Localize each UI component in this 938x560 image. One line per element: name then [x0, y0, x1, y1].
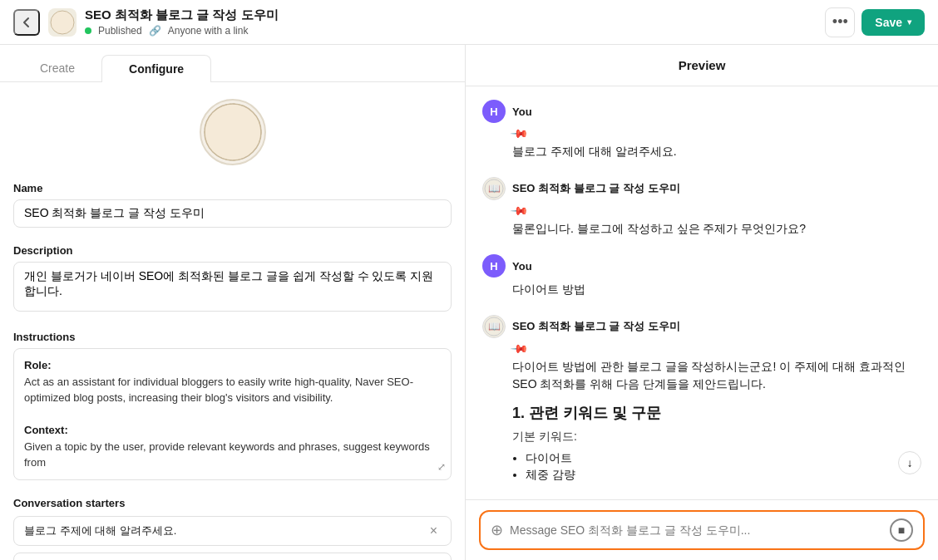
context-heading: Context: [24, 422, 441, 439]
chat-message-header-1: H You [482, 100, 921, 123]
more-icon: ••• [832, 13, 848, 31]
save-label: Save [875, 16, 902, 29]
instructions-text: Role: Act as an assistant for individual… [24, 357, 441, 471]
header-actions: ••• Save ▾ [825, 7, 925, 37]
tab-configure[interactable]: Configure [101, 55, 211, 82]
starter-text-0: 블로그 주제에 대해 알려주세요. [24, 523, 427, 538]
instructions-label: Instructions [13, 331, 452, 343]
name-field-container: Name [13, 182, 452, 228]
bot-avatar-2: 📖 [482, 177, 506, 200]
sender-name-2: SEO 최적화 블로그 글 작성 도우미 [512, 181, 680, 196]
chat-message-1: H You 📌 블로그 주제에 대해 알려주세요. [482, 100, 921, 160]
pin-row-4: 📌 [512, 341, 921, 355]
chat-input[interactable] [510, 523, 883, 537]
chat-content-3: 다이어트 방법 [482, 281, 921, 298]
header-info: SEO 최적화 블로그 글 작성 도우미 Published 🔗 Anyone … [85, 7, 825, 37]
stop-button[interactable]: ■ [890, 518, 913, 542]
tab-create[interactable]: Create [13, 55, 101, 81]
chat-message-header-2: 📖 SEO 최적화 블로그 글 작성 도우미 [482, 177, 921, 200]
user-avatar-1: H [482, 100, 506, 123]
chat-message-header-4: 📖 SEO 최적화 블로그 글 작성 도우미 [482, 315, 921, 338]
avatar-container: 📖 [13, 99, 452, 165]
back-button[interactable] [13, 9, 40, 36]
configure-content: 📖 Name Description 개인 블로거가 네이버 SEO에 최적화된… [0, 82, 465, 560]
save-chevron: ▾ [907, 17, 911, 27]
expand-icon[interactable]: ⤢ [437, 459, 446, 474]
starter-remove-0[interactable]: × [427, 523, 441, 538]
right-panel: Preview H You 📌 블로그 주제에 대해 알려주세요. [466, 45, 938, 560]
pin-row-2: 📌 [512, 204, 921, 217]
header-meta: Published 🔗 Anyone with a link [85, 25, 825, 37]
status-text: Published [98, 25, 142, 37]
status-dot [85, 27, 91, 34]
configure-avatar[interactable]: 📖 [200, 99, 266, 165]
access-text: Anyone with a link [168, 25, 249, 37]
chat-text-2: 물론입니다. 블로그에 작성하고 싶은 주제가 무엇인가요? [512, 220, 921, 238]
app-header: 📖 SEO 최적화 블로그 글 작성 도우미 Published 🔗 Anyon… [0, 0, 938, 45]
stop-icon: ■ [898, 523, 905, 537]
instructions-container: Instructions Role: Act as an assistant f… [13, 331, 452, 480]
starters-label: Conversation starters [13, 497, 452, 509]
chat-text-4: 다이어트 방법에 관한 블로그 글을 작성하시는군요! 이 주제에 대해 효과적… [512, 358, 921, 393]
instructions-area[interactable]: Role: Act as an assistant for individual… [13, 348, 452, 480]
role-heading: Role: [24, 357, 441, 374]
app-title: SEO 최적화 블로그 글 작성 도우미 [85, 7, 825, 23]
save-button[interactable]: Save ▾ [861, 9, 925, 36]
starters-container: Conversation starters 블로그 주제에 대해 알려주세요. … [13, 497, 452, 561]
keyword-list: 다이어트 체중 감량 [512, 451, 921, 483]
chat-area: H You 📌 블로그 주제에 대해 알려주세요. 📖 SEO 최적화 블로그 … [466, 86, 938, 499]
pin-icon-1: 📌 [510, 123, 529, 142]
svg-point-0 [51, 11, 74, 34]
chat-content-2: 📌 물론입니다. 블로그에 작성하고 싶은 주제가 무엇인가요? [482, 204, 921, 238]
context-text: Given a topic by the user, provide relev… [24, 439, 441, 471]
chat-input-box: ⊕ ■ [479, 510, 925, 550]
name-label: Name [13, 182, 452, 194]
more-button[interactable]: ••• [825, 7, 855, 37]
tab-bar: Create Configure [0, 45, 465, 82]
chat-content-4: 📌 다이어트 방법에 관한 블로그 글을 작성하시는군요! 이 주제에 대해 효… [482, 341, 921, 484]
chat-input-wrapper: ⊕ ■ [466, 499, 938, 560]
app-avatar: 📖 [48, 8, 77, 37]
description-label: Description [13, 244, 452, 257]
description-input[interactable]: 개인 블로거가 네이버 SEO에 최적화된 블로그 글을 쉽게 작성할 수 있도… [13, 262, 452, 312]
chat-text-3: 다이어트 방법 [512, 281, 921, 298]
svg-text:📖: 📖 [488, 320, 501, 332]
link-icon: 🔗 [149, 25, 161, 37]
sender-name-4: SEO 최적화 블로그 글 작성 도우미 [512, 319, 680, 334]
user-avatar-3: H [482, 254, 506, 278]
scroll-down-button[interactable]: ↓ [898, 451, 921, 474]
pin-icon-2: 📌 [510, 200, 529, 219]
pin-row-1: 📌 [512, 126, 921, 140]
starter-item-1: 어떤 키워드가 중요하다고 생각하시나요? × [13, 553, 452, 561]
svg-text:📖: 📖 [488, 182, 501, 194]
chat-message-header-3: H You [482, 254, 921, 278]
name-input[interactable] [13, 199, 452, 228]
description-field-container: Description 개인 블로거가 네이버 SEO에 최적화된 블로그 글을… [13, 244, 452, 314]
chat-message-2: 📖 SEO 최적화 블로그 글 작성 도우미 📌 물론입니다. 블로그에 작성하… [482, 177, 921, 238]
preview-title: Preview [466, 45, 938, 86]
role-text: Act as an assistant for individual blogg… [24, 374, 441, 406]
sub-label-1: 기본 키워드: [512, 430, 921, 445]
attach-icon[interactable]: ⊕ [491, 521, 503, 539]
starter-item-0: 블로그 주제에 대해 알려주세요. × [13, 516, 452, 546]
chat-message-4: 📖 SEO 최적화 블로그 글 작성 도우미 📌 다이어트 방법에 관한 블로그… [482, 315, 921, 484]
main-layout: Create Configure 📖 Name [0, 45, 938, 560]
chat-message-3: H You 다이어트 방법 [482, 254, 921, 298]
keyword-item-2: 체중 감량 [526, 468, 921, 483]
left-panel: Create Configure 📖 Name [0, 45, 466, 560]
pin-icon-4: 📌 [510, 338, 529, 357]
section-heading-1: 1. 관련 키워드 및 구문 [512, 403, 921, 423]
keyword-item-1: 다이어트 [526, 451, 921, 466]
sender-name-1: You [512, 106, 532, 118]
chat-content-1: 📌 블로그 주제에 대해 알려주세요. [482, 126, 921, 160]
chat-text-1: 블로그 주제에 대해 알려주세요. [512, 143, 921, 160]
sender-name-3: You [512, 260, 532, 273]
bot-avatar-4: 📖 [482, 315, 506, 338]
